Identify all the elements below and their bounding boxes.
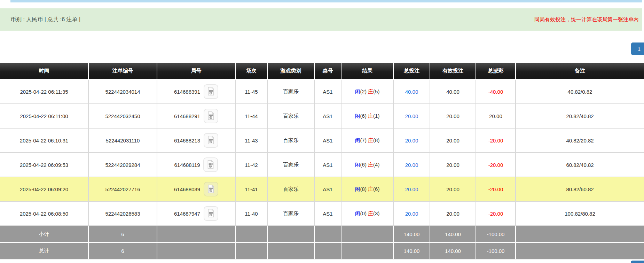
total-bet-link[interactable]: 20.00	[405, 211, 418, 217]
cell-session: 11-45	[235, 79, 267, 104]
cell-bet-id: 522442034014	[88, 79, 157, 104]
subtotal-row-total-bet: 140.00	[393, 226, 430, 242]
cell-table-id: AS1	[314, 128, 341, 153]
round-video-button[interactable]	[204, 206, 218, 221]
video-file-icon	[206, 160, 215, 170]
cell-remark: 60.82/40.82	[516, 153, 644, 177]
total-bet-link[interactable]: 20.00	[405, 186, 418, 192]
cell-total-bet: 20.00	[393, 128, 430, 153]
total-bet-link[interactable]: 20.00	[405, 162, 418, 168]
grand-total-row-empty	[157, 242, 235, 259]
cell-game-type: 百家乐	[267, 104, 314, 128]
cell-remark: 20.82/40.82	[516, 104, 644, 128]
col-header-session: 场次	[235, 63, 267, 79]
cell-remark: 40.82/0.82	[516, 79, 644, 104]
grand-total-row: 总计6140.00140.00-100.00	[0, 242, 644, 259]
cell-table-id: AS1	[314, 153, 341, 177]
subtotal-row-empty	[267, 226, 314, 242]
table-row: 2025-04-22 06:09:53522442029284614688119…	[0, 153, 644, 177]
total-bet-link[interactable]: 40.00	[405, 89, 418, 95]
result-banker-label: 庄	[368, 162, 373, 168]
round-video-button[interactable]	[204, 109, 218, 123]
result-banker-label: 庄	[368, 186, 373, 192]
result-player-score: (6)	[360, 162, 368, 168]
cell-round-id: 614688291	[157, 104, 235, 128]
cell-game-type: 百家乐	[267, 79, 314, 104]
total-bet-link[interactable]: 20.00	[405, 113, 418, 119]
grand-total-row-total-bet: 140.00	[393, 242, 430, 259]
result-banker-score: (8)	[373, 137, 379, 143]
cell-game-type: 百家乐	[267, 201, 314, 226]
table-row: 2025-04-22 06:09:20522442027716614688039…	[0, 177, 644, 201]
table-header-row: 时间 注单编号 局号 场次 游戏类别 桌号 结果 总投注 有效投注 总派彩 备注	[0, 63, 644, 79]
subtotal-row-label: 小计	[0, 226, 88, 242]
cell-result: 闲(7) 庄(8)	[341, 128, 393, 153]
cell-payout: -20.00	[476, 128, 516, 153]
cell-remark: 40.82/20.82	[516, 128, 644, 153]
cell-valid-bet: 20.00	[430, 104, 476, 128]
round-id-text: 614687947	[174, 211, 200, 217]
pagination-page-button-top[interactable]: 1	[631, 42, 644, 55]
cell-result: 闲(0) 庄(3)	[341, 201, 393, 226]
round-video-button[interactable]	[203, 157, 218, 172]
video-file-icon	[206, 184, 215, 194]
subtotal-row-empty	[314, 226, 341, 242]
top-blue-strip	[10, 0, 642, 2]
cell-payout: 20.00	[476, 104, 516, 128]
round-id-text: 614688119	[174, 162, 200, 168]
grand-total-row-payout: -100.00	[476, 242, 516, 259]
result-player-score: (8)	[360, 186, 368, 192]
round-id-group: 614688291	[158, 109, 235, 123]
cell-time: 2025-04-22 06:10:31	[0, 128, 88, 153]
round-id-text: 614688391	[174, 89, 200, 95]
grand-total-row-empty	[341, 242, 393, 259]
cell-result: 闲(6) 庄(1)	[341, 104, 393, 128]
total-bet-link[interactable]: 20.00	[405, 138, 418, 144]
cell-total-bet: 20.00	[393, 104, 430, 128]
result-banker-label: 庄	[368, 210, 373, 216]
result-banker-score: (5)	[373, 88, 379, 94]
round-id-group: 614688391	[158, 84, 235, 99]
cell-bet-id: 522442027716	[88, 177, 157, 201]
cell-round-id: 614687947	[157, 201, 235, 226]
round-id-group: 614687947	[158, 206, 235, 221]
cell-session: 11-41	[235, 177, 267, 201]
cell-payout: -40.00	[476, 79, 516, 104]
round-video-button[interactable]	[204, 84, 218, 99]
grand-total-row-label: 总计	[0, 242, 88, 259]
result-player-score: (7)	[360, 137, 368, 143]
cell-round-id: 614688039	[157, 177, 235, 201]
result-banker-score: (6)	[373, 186, 379, 192]
round-id-group: 614688213	[158, 133, 235, 148]
col-header-table-id: 桌号	[314, 63, 341, 79]
result-player-label: 闲	[355, 210, 360, 216]
round-video-button[interactable]	[204, 133, 218, 148]
subtotal-row-empty	[235, 226, 267, 242]
round-video-button[interactable]	[204, 182, 218, 196]
col-header-bet-id: 注单编号	[88, 63, 157, 79]
cell-result: 闲(6) 庄(4)	[341, 153, 393, 177]
cell-total-bet: 20.00	[393, 201, 430, 226]
subtotal-row-remark	[516, 226, 644, 242]
col-header-total-bet: 总投注	[393, 63, 430, 79]
cell-total-bet: 40.00	[393, 79, 430, 104]
col-header-game-type: 游戏类别	[267, 63, 314, 79]
col-header-time: 时间	[0, 63, 88, 79]
cell-valid-bet: 20.00	[430, 177, 476, 201]
round-id-text: 614688039	[174, 186, 200, 192]
cell-bet-id: 522442029284	[88, 153, 157, 177]
cell-round-id: 614688213	[157, 128, 235, 153]
grand-total-row-empty	[314, 242, 341, 259]
cell-remark: 80.82/60.82	[516, 177, 644, 201]
cell-bet-id: 522442026583	[88, 201, 157, 226]
subtotal-row-payout: -100.00	[476, 226, 516, 242]
col-header-round-id: 局号	[157, 63, 235, 79]
cell-valid-bet: 20.00	[430, 153, 476, 177]
cell-round-id: 614688119	[157, 153, 235, 177]
round-id-text: 614688213	[174, 138, 200, 144]
pagination-page-button-bottom[interactable]: 1	[631, 261, 644, 263]
video-file-icon	[206, 111, 215, 121]
grand-total-row-remark	[516, 242, 644, 259]
cell-time: 2025-04-22 06:09:53	[0, 153, 88, 177]
currency-summary-text: 币别 : 人民币 | 总共 :6 注单 |	[10, 16, 80, 23]
